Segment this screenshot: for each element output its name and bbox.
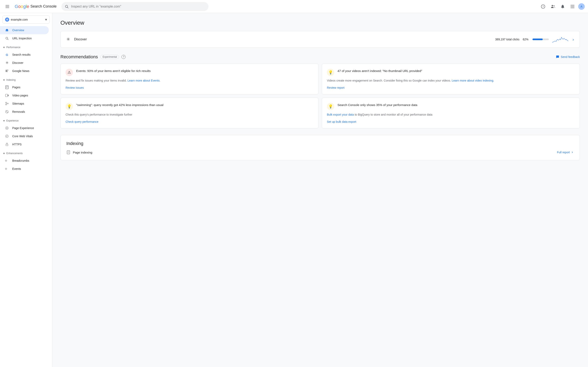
home-icon [5,28,9,32]
rec-card-swimming-body: Check this query's performance to invest… [66,113,313,117]
recommendations-section: Recommendations Experimental ? Send feed… [61,54,580,128]
rec-card-videos: 💡 47 of your videos aren't indexed: "No … [322,64,580,94]
experimental-badge: Experimental [100,55,119,59]
sidebar-item-events[interactable]: Events [0,165,49,173]
rec-card-performance-action[interactable]: Set up bulk data export [327,120,356,123]
sidebar-item-video-pages[interactable]: Video pages [0,91,49,100]
sidebar-item-google-news[interactable]: Google News [0,67,49,75]
svg-rect-8 [573,5,574,6]
svg-rect-6 [571,5,572,6]
sidebar-item-sitemaps[interactable]: Sitemaps [0,100,49,108]
svg-line-35 [6,111,8,113]
svg-rect-39 [6,144,8,146]
svg-point-37 [7,128,8,129]
top-actions: ? [539,2,585,11]
rec-card-videos-body: Videos create more engagement on Search.… [327,78,575,83]
sidebar-item-pages[interactable]: Pages [0,83,49,91]
discover-arrow-icon[interactable]: › [572,37,574,42]
bulk-export-link[interactable]: Bulk export your data [327,113,354,116]
svg-rect-29 [6,102,7,103]
rec-card-videos-action[interactable]: Review report [327,86,345,89]
nav-section-indexing: ▾ Indexing Pages Video pages [0,77,52,116]
avatar[interactable]: A [578,3,585,10]
rec-card-swimming-title: "swimming": query recently got 42% less … [76,103,164,107]
discover-sparkline [552,35,568,43]
send-feedback-button[interactable]: Send feedback [556,55,580,58]
svg-rect-9 [571,6,572,7]
collapse-icon-indexing: ▾ [3,78,5,82]
rec-card-performance-body: Bulk export your data to BigQuery to sto… [327,113,575,117]
removals-icon [5,110,9,114]
experience-section-label: Experience [6,119,18,122]
collapse-icon-enhancements: ▾ [3,152,5,155]
help-button[interactable]: ? [539,2,547,11]
page-indexing-icon [66,150,70,154]
discover-card-icon: ✳ [66,37,70,42]
sidebar-item-label-core-web-vitals: Core Web Vitals [12,134,33,138]
full-report-link[interactable]: Full report [557,151,574,154]
rec-card-swimming: 💡 "swimming": query recently got 42% les… [61,98,319,128]
svg-line-19 [8,39,8,40]
google-logo: Google [15,4,29,9]
site-selector[interactable]: example.com ▾ [2,16,50,24]
chevron-down-icon: ▾ [45,17,47,22]
sidebar-item-core-web-vitals[interactable]: Core Web Vitals [0,132,49,140]
rec-badge-tip-perf: 💡 [327,103,334,110]
enhancements-section-header[interactable]: ▾ Enhancements [0,150,52,157]
recommendations-help-icon[interactable]: ? [121,55,126,59]
rec-badge-tip-swimming: 💡 [66,103,73,110]
collapse-icon: ▾ [3,46,5,49]
sidebar-item-label-removals: Removals [12,110,25,113]
indexing-section-label: Indexing [6,78,16,81]
site-url: example.com [11,18,43,21]
sidebar-item-label-overview: Overview [12,29,24,32]
sidebar-item-breadcrumbs[interactable]: Breadcrumbs [0,157,49,165]
sidebar-item-overview[interactable]: Overview [0,26,49,34]
rec-card-events: ⚠ Events: 93% of your items aren't eligi… [61,64,319,94]
svg-point-4 [552,5,553,6]
sidebar-item-removals[interactable]: Removals [0,108,49,116]
page-title: Overview [61,20,580,26]
pages-icon [5,85,9,89]
svg-rect-31 [7,103,8,104]
indexing-section-row: Page indexing Full report [66,150,574,154]
search-input[interactable] [71,5,205,8]
sidebar-item-page-experience[interactable]: Page Experience [0,124,49,132]
notifications-button[interactable] [559,2,567,11]
svg-rect-13 [572,7,573,8]
indexing-section-title: Indexing [66,141,574,146]
sidebar-item-discover[interactable]: ✳ Discover [0,59,49,67]
google-g-icon: G [5,53,9,57]
core-web-vitals-icon [5,134,9,138]
sidebar-item-https[interactable]: HTTPS [0,140,49,149]
menu-button[interactable] [3,2,11,11]
svg-rect-7 [572,5,573,6]
svg-point-5 [553,5,554,6]
sidebar-item-url-inspection[interactable]: URL Inspection [0,34,49,42]
experience-section-header[interactable]: ▾ Experience [0,117,52,124]
svg-rect-41 [5,168,7,170]
search-bar[interactable] [61,2,208,11]
svg-rect-27 [6,94,8,97]
discover-total-clicks: 389,197 total clicks [495,38,519,41]
rec-card-swimming-action[interactable]: Check query performance [66,120,98,123]
sidebar-item-search-results[interactable]: G Search results [0,50,49,59]
rec-card-events-header: ⚠ Events: 93% of your items aren't eligi… [66,69,313,76]
apps-button[interactable] [568,2,577,11]
top-bar: Google Search Console ? [0,0,588,13]
sidebar-item-label-breadcrumbs: Breadcrumbs [12,159,29,162]
svg-rect-21 [6,71,7,71]
search-icon [65,4,69,8]
sidebar-item-label-url-inspection: URL Inspection [12,37,32,40]
indexing-section-header[interactable]: ▾ Indexing [0,77,52,83]
sidebar-item-label-search-results: Search results [12,53,30,56]
svg-text:?: ? [543,5,544,8]
rec-card-events-title: Events: 93% of your items aren't eligibl… [76,69,151,73]
users-button[interactable] [549,2,557,11]
discover-card-name: Discover [74,38,491,41]
performance-section-header[interactable]: ▾ Performance [0,44,52,50]
video-indexing-learn-more-link[interactable]: Learn more about video indexing [452,79,493,82]
rec-card-events-action[interactable]: Review issues [66,86,84,89]
events-learn-more-link[interactable]: Learn more about Events [127,79,159,82]
help-icon: ? [541,4,545,9]
